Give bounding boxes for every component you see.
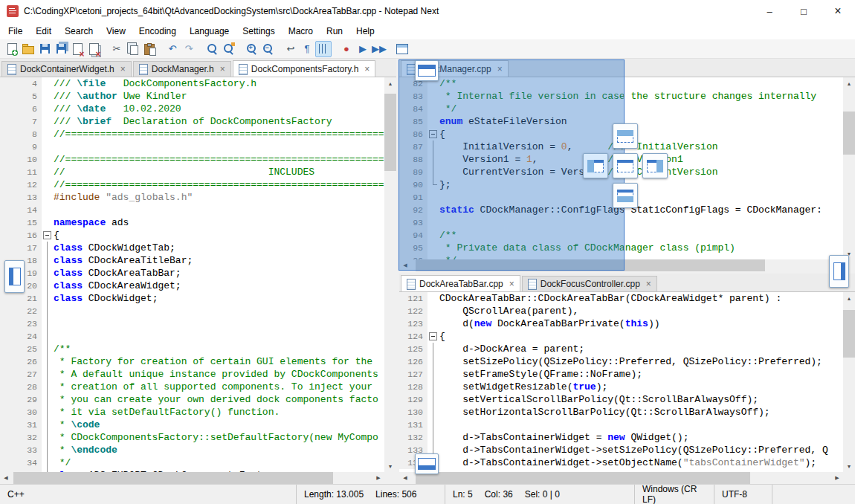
- scroll-thumb[interactable]: [843, 112, 855, 155]
- statusbar: C++ Length: 13.005 Lines: 506 Ln: 5 Col:…: [0, 484, 855, 504]
- scroll-up-arrow[interactable]: ▲: [843, 292, 855, 304]
- scroll-thumb[interactable]: [416, 472, 750, 484]
- scroll-thumb[interactable]: [13, 472, 333, 484]
- drop-indicator-bottom[interactable]: [613, 183, 638, 208]
- status-lines: Lines: 506: [375, 489, 416, 500]
- playback-macro-button[interactable]: ▶: [355, 41, 371, 57]
- word-wrap-button[interactable]: ↩: [283, 41, 299, 57]
- left-vscroll[interactable]: ▲▼: [384, 77, 396, 472]
- drop-indicator-center[interactable]: [613, 153, 638, 178]
- bookmark-margin: [399, 431, 405, 444]
- find-button[interactable]: [204, 41, 220, 57]
- bottom-right-hscroll[interactable]: ◀▶: [399, 472, 843, 484]
- dock-center-icon: [617, 160, 633, 172]
- redo-button[interactable]: ↷: [181, 41, 197, 57]
- indent-guides-button[interactable]: [315, 41, 332, 57]
- fold-margin: [42, 330, 54, 343]
- left-tab-2[interactable]: DockComponentsFactory.h×: [233, 60, 376, 77]
- menu-language[interactable]: Language: [183, 24, 236, 39]
- fold-margin[interactable]: [42, 229, 54, 242]
- code-line-4: 4/// \file DockComponentsFactory.h: [0, 77, 384, 90]
- autohide-indicator-right[interactable]: [829, 255, 849, 288]
- autohide-indicator-top[interactable]: [415, 60, 439, 81]
- scroll-left-arrow[interactable]: ◀: [399, 472, 411, 484]
- zoom-out-button[interactable]: −: [259, 41, 276, 57]
- fold-margin: [42, 242, 54, 254]
- bookmark-margin: [0, 381, 22, 393]
- menu-view[interactable]: View: [100, 24, 132, 39]
- menu-help[interactable]: Help: [349, 24, 381, 39]
- editor-panel-button[interactable]: [394, 41, 410, 57]
- drop-indicator-right[interactable]: [642, 153, 668, 178]
- minimize-button[interactable]: –: [752, 0, 787, 22]
- scroll-thumb[interactable]: [843, 310, 855, 358]
- menu-file[interactable]: File: [1, 24, 29, 39]
- code-line-123: 123 d(new DockAreaTabBarPrivate(this)): [399, 317, 843, 330]
- save-file-button[interactable]: [36, 41, 53, 57]
- bookmark-margin: [399, 444, 405, 456]
- fold-margin[interactable]: [428, 330, 439, 343]
- paste-button[interactable]: [141, 41, 158, 57]
- scroll-up-arrow[interactable]: ▲: [384, 77, 396, 89]
- line-number: 7: [22, 115, 42, 128]
- code-line-6: 6/// \date 10.02.2020: [0, 103, 384, 115]
- scroll-down-arrow[interactable]: ▼: [843, 460, 855, 472]
- code-text: //======================================…: [54, 153, 384, 166]
- zoom-in-button[interactable]: +: [243, 41, 259, 57]
- scroll-up-arrow[interactable]: ▲: [843, 77, 855, 89]
- bottom-right-tab-1[interactable]: DockFocusController.cpp×: [522, 276, 657, 291]
- drop-indicator-left[interactable]: [583, 153, 608, 178]
- record-macro-button[interactable]: ●: [338, 41, 355, 57]
- bottom-right-tab-0[interactable]: DockAreaTabBar.cpp×: [401, 275, 520, 292]
- tab-close-button[interactable]: ×: [646, 279, 651, 289]
- fold-margin: [42, 292, 54, 305]
- drop-indicator-top[interactable]: [613, 123, 638, 149]
- status-language[interactable]: C++: [0, 485, 296, 504]
- menu-run[interactable]: Run: [320, 24, 349, 39]
- line-number: 5: [22, 90, 42, 103]
- tab-close-button[interactable]: ×: [364, 64, 370, 74]
- tab-close-button[interactable]: ×: [220, 64, 225, 74]
- undo-button[interactable]: ↶: [164, 41, 181, 57]
- status-eol[interactable]: Windows (CR LF): [634, 485, 714, 504]
- scroll-left-arrow[interactable]: ◀: [0, 472, 12, 484]
- tab-close-button[interactable]: ×: [509, 279, 514, 289]
- bottom-right-editor[interactable]: 121CDockAreaTabBar::CDockAreaTabBar(CDoc…: [399, 292, 843, 472]
- autohide-top-icon: [418, 65, 436, 77]
- status-encoding[interactable]: UTF-8: [714, 485, 772, 504]
- tab-close-button[interactable]: ×: [120, 64, 126, 74]
- scroll-thumb[interactable]: [384, 94, 396, 171]
- close-button[interactable]: ×: [821, 0, 855, 22]
- bookmark-margin: [0, 419, 22, 431]
- show-all-characters-button[interactable]: ¶: [299, 41, 315, 57]
- save-all-button[interactable]: [53, 41, 69, 57]
- code-line-124: 124{: [399, 330, 843, 343]
- left-hscroll[interactable]: ◀▶: [0, 472, 384, 484]
- run-macro-multiple-button[interactable]: ▶▶: [371, 41, 387, 57]
- close-all-button[interactable]: [86, 41, 102, 57]
- menu-macro[interactable]: Macro: [282, 24, 320, 39]
- code-line-12: 12//====================================…: [0, 178, 384, 191]
- maximize-button[interactable]: □: [787, 0, 821, 22]
- new-file-button[interactable]: [4, 41, 20, 57]
- scroll-right-arrow[interactable]: ▶: [831, 472, 843, 484]
- menu-encoding[interactable]: Encoding: [132, 24, 183, 39]
- copy-button[interactable]: [125, 41, 141, 57]
- left-tab-0[interactable]: DockContainerWidget.h×: [1, 61, 132, 77]
- left-editor[interactable]: 4/// \file DockComponentsFactory.h5/// \…: [0, 77, 384, 472]
- open-file-button[interactable]: [20, 41, 36, 57]
- scroll-right-arrow[interactable]: ▶: [372, 472, 384, 484]
- code-line-15: 15namespace ads: [0, 216, 384, 229]
- autohide-indicator-left[interactable]: [4, 260, 25, 293]
- left-tab-1[interactable]: DockManager.h×: [133, 61, 231, 77]
- close-file-button[interactable]: [69, 41, 86, 57]
- scroll-down-arrow[interactable]: ▼: [384, 460, 396, 472]
- menu-search[interactable]: Search: [58, 24, 100, 39]
- menu-edit[interactable]: Edit: [29, 24, 58, 39]
- bottom-right-vscroll[interactable]: ▲▼: [843, 292, 855, 472]
- autohide-indicator-bottom[interactable]: [415, 453, 439, 474]
- cut-button[interactable]: ✂: [109, 41, 125, 57]
- replace-button[interactable]: [220, 41, 236, 57]
- menu-settings[interactable]: Settings: [236, 24, 281, 39]
- top-right-vscroll[interactable]: ▲▼: [843, 77, 855, 259]
